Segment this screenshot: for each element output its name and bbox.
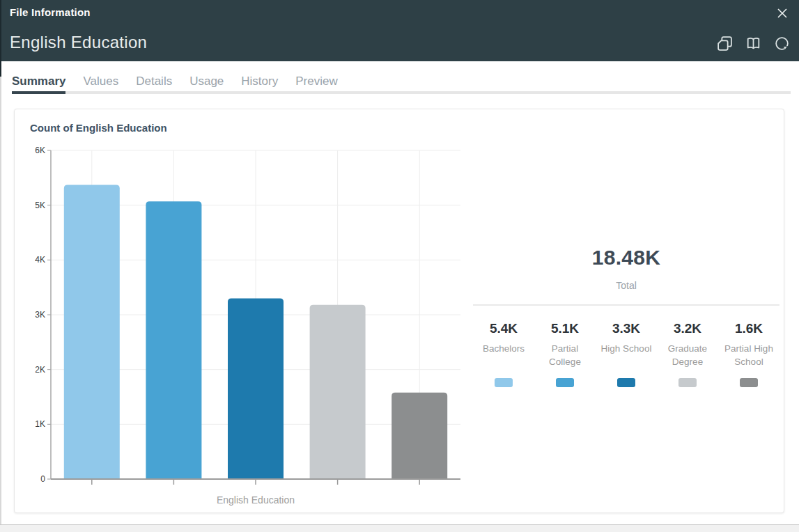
tab-details[interactable]: Details [136, 74, 172, 88]
dialog-header: File Information English Education [0, 0, 799, 61]
refresh-button[interactable] [773, 35, 791, 52]
total-panel: 18.48K Total 5.4KBachelors5.1KPartial Co… [473, 109, 779, 513]
tab-usage[interactable]: Usage [189, 74, 224, 88]
glossary-button[interactable] [745, 35, 762, 52]
bar-bachelors[interactable] [64, 185, 120, 479]
stat-value: 5.4K [476, 321, 532, 336]
stat-partial-high-school: 1.6KPartial High School [718, 321, 779, 387]
stat-label: High School [598, 342, 654, 373]
close-icon [775, 6, 790, 21]
stat-label: Partial College [537, 342, 593, 373]
refresh-icon [773, 35, 791, 52]
tab-bar-container: SummaryValuesDetailsUsageHistoryPreview [0, 61, 799, 109]
header-actions [716, 35, 791, 52]
stat-bachelors: 5.4KBachelors [473, 321, 534, 387]
stat-high-school: 3.3KHigh School [596, 321, 657, 387]
legend-swatch [740, 378, 758, 387]
bar-chart: 01K2K3K4K5K6KEnglish Education [15, 140, 488, 513]
stat-label: Partial High School [721, 342, 777, 373]
stat-value: 3.2K [660, 321, 715, 336]
svg-text:0: 0 [40, 474, 45, 484]
stat-graduate-degree: 3.2KGraduate Degree [657, 321, 718, 387]
stat-label: Bachelors [476, 342, 532, 373]
bar-partial-high-school[interactable] [391, 393, 447, 479]
legend-swatch [678, 378, 697, 387]
bar-high-school[interactable] [228, 298, 284, 479]
stat-partial-college: 5.1KPartial College [534, 321, 596, 387]
x-axis-label: English Education [217, 494, 295, 506]
bar-partial-college[interactable] [146, 201, 201, 479]
svg-text:2K: 2K [35, 365, 45, 375]
stat-label: Graduate Degree [660, 342, 715, 373]
open-book-icon [745, 35, 762, 52]
left-edge-dark [0, 0, 1, 77]
left-edge-light [0, 77, 1, 524]
duplicate-icon [716, 35, 734, 52]
svg-text:1K: 1K [35, 419, 45, 429]
tab-underline [12, 91, 791, 94]
panel-divider [473, 304, 779, 306]
svg-text:3K: 3K [35, 310, 45, 320]
file-name: English Education [10, 33, 147, 52]
tab-history[interactable]: History [241, 74, 278, 88]
svg-text:4K: 4K [35, 255, 45, 265]
stat-value: 3.3K [598, 321, 654, 336]
duplicate-button[interactable] [716, 35, 734, 52]
svg-text:5K: 5K [35, 201, 45, 210]
legend-swatch [495, 378, 513, 387]
dialog-title: File Information [10, 6, 91, 18]
total-label: Total [473, 280, 779, 291]
svg-text:6K: 6K [35, 146, 45, 155]
close-button[interactable] [775, 6, 790, 21]
stat-value: 5.1K [537, 321, 593, 336]
bottom-edge [0, 524, 799, 532]
tab-summary[interactable]: Summary [12, 74, 65, 88]
stat-value: 1.6K [721, 321, 777, 336]
tab-values[interactable]: Values [83, 74, 118, 88]
legend-swatch [617, 378, 635, 387]
tab-bar: SummaryValuesDetailsUsageHistoryPreview [12, 74, 338, 88]
total-value: 18.48K [473, 246, 779, 269]
bar-graduate-degree[interactable] [310, 305, 366, 479]
tab-preview[interactable]: Preview [295, 74, 337, 88]
summary-card: Count of English Education 01K2K3K4K5K6K… [14, 109, 784, 513]
category-stats: 5.4KBachelors5.1KPartial College3.3KHigh… [473, 321, 779, 387]
chart-title: Count of English Education [30, 122, 167, 134]
legend-swatch [556, 378, 574, 387]
